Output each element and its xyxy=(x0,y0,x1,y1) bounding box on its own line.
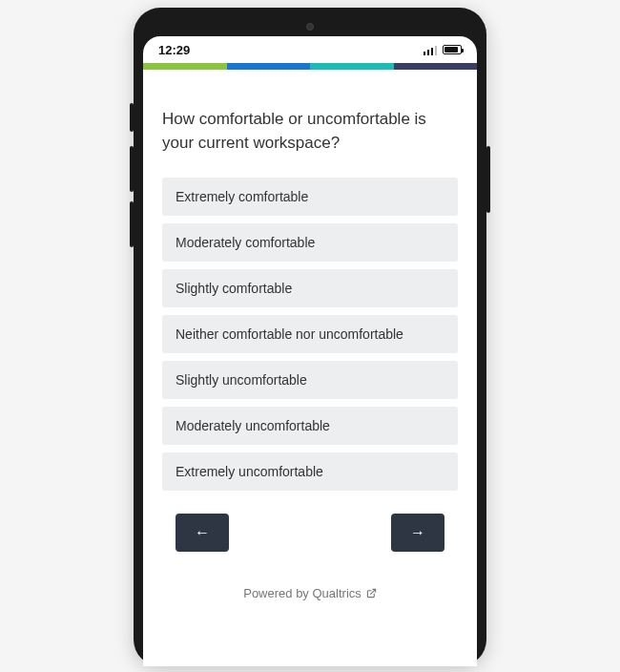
arrow-right-icon: → xyxy=(410,524,425,541)
next-button[interactable]: → xyxy=(391,514,444,552)
powered-by-link[interactable]: Powered by Qualtrics xyxy=(243,586,377,600)
svg-line-0 xyxy=(370,590,375,595)
phone-button-left-3 xyxy=(130,201,134,247)
phone-top-bezel xyxy=(143,17,477,36)
status-time: 12:29 xyxy=(158,43,190,57)
nav-buttons: ← → xyxy=(162,491,458,567)
external-link-icon xyxy=(366,588,377,598)
arrow-left-icon: ← xyxy=(195,524,210,541)
status-bar: 12:29 xyxy=(143,36,477,63)
phone-button-right xyxy=(486,146,490,213)
option-slightly-comfortable[interactable]: Slightly comfortable xyxy=(162,269,458,307)
status-right xyxy=(424,45,463,55)
back-button[interactable]: ← xyxy=(176,514,229,552)
question-text: How comfortable or uncomfortable is your… xyxy=(162,108,458,155)
powered-by-label: Powered by Qualtrics xyxy=(243,586,362,600)
option-moderately-uncomfortable[interactable]: Moderately uncomfortable xyxy=(162,407,458,445)
phone-camera-icon xyxy=(306,23,314,31)
option-slightly-uncomfortable[interactable]: Slightly uncomfortable xyxy=(162,361,458,399)
signal-icon xyxy=(424,45,438,55)
survey-content: How comfortable or uncomfortable is your… xyxy=(143,70,477,666)
phone-button-left-2 xyxy=(130,146,134,192)
option-extremely-comfortable[interactable]: Extremely comfortable xyxy=(162,178,458,216)
phone-screen: 12:29 How comfortable or uncomfortable i… xyxy=(143,36,477,666)
option-moderately-comfortable[interactable]: Moderately comfortable xyxy=(162,223,458,262)
progress-segment-3 xyxy=(310,63,394,70)
option-extremely-uncomfortable[interactable]: Extremely uncomfortable xyxy=(162,452,458,491)
phone-frame: 12:29 How comfortable or uncomfortable i… xyxy=(134,8,486,666)
progress-bar xyxy=(143,63,477,70)
progress-segment-4 xyxy=(394,63,478,70)
battery-icon xyxy=(443,45,462,54)
option-neither[interactable]: Neither comfortable nor uncomfortable xyxy=(162,315,458,353)
options-list: Extremely comfortable Moderately comfort… xyxy=(162,178,458,491)
progress-segment-1 xyxy=(143,63,227,70)
footer: Powered by Qualtrics xyxy=(162,567,458,606)
phone-button-left-1 xyxy=(130,103,134,132)
progress-segment-2 xyxy=(227,63,311,70)
